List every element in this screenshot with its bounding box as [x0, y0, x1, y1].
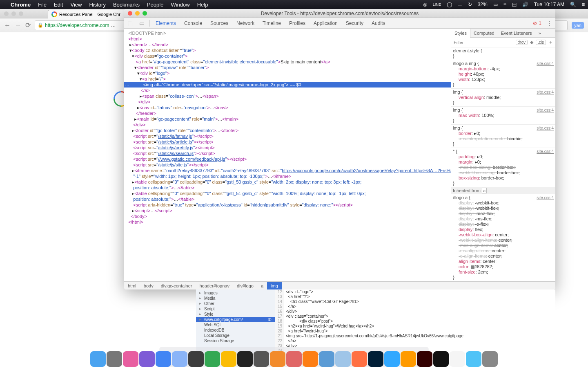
device-icon[interactable]: ▭ [136, 20, 148, 27]
styles-tab[interactable]: Styles [451, 29, 470, 38]
inspect-icon[interactable]: ⬚ [124, 20, 136, 27]
menu-file[interactable]: File [38, 2, 47, 8]
dock-app-icon[interactable] [482, 351, 498, 367]
tab-network[interactable]: Network [232, 18, 258, 29]
tab-sources[interactable]: Sources [206, 18, 232, 29]
tab-audits[interactable]: Audits [368, 18, 389, 29]
resource-item[interactable]: www.catgifpage.com/① [196, 317, 275, 322]
dom-breadcrumb[interactable]: html body div.gc-container header#topnav… [124, 281, 555, 289]
dock-app-icon[interactable] [433, 351, 449, 367]
selected-dom-node[interactable]: <img alt="Chrome: developer" src="/stati… [124, 82, 451, 88]
reload-button[interactable]: ⟳ [25, 21, 31, 29]
resource-item[interactable]: Script [196, 306, 275, 312]
bc-logo[interactable]: div#logo [233, 282, 257, 290]
tab-profiles[interactable]: Profiles [285, 18, 310, 29]
dock-app-icon[interactable] [254, 351, 269, 367]
close-dim[interactable] [4, 11, 9, 16]
bc-div[interactable]: div.gc-container [157, 282, 196, 290]
bc-a[interactable]: a [257, 282, 267, 290]
clock[interactable]: Tue 10:17 AM [534, 2, 564, 7]
error-indicator[interactable]: ⊘1 [533, 20, 541, 26]
dock-app-icon[interactable] [352, 351, 367, 367]
menu-bookmarks[interactable]: Bookmarks [113, 2, 140, 8]
hov-toggle[interactable]: :hov [516, 40, 528, 45]
cls-toggle[interactable]: .cls [536, 40, 546, 45]
computed-tab[interactable]: Computed [470, 29, 498, 38]
app-name[interactable]: Chrome [11, 2, 31, 8]
dock-app-icon[interactable] [107, 351, 122, 367]
resource-item[interactable]: Session Storage [196, 338, 275, 343]
pin-icon[interactable]: ◆ [530, 40, 533, 45]
resource-item[interactable]: Style [196, 312, 275, 317]
dock-app-icon[interactable] [466, 351, 481, 367]
style-rules[interactable]: element.style {}site.css:4#logo a img {m… [451, 47, 555, 281]
bc-img[interactable]: img [267, 282, 282, 290]
max-dim[interactable] [19, 11, 23, 16]
menu-history[interactable]: History [89, 2, 105, 8]
dock-app-icon[interactable] [188, 351, 204, 367]
menu-view[interactable]: View [70, 2, 82, 8]
dock-app-icon[interactable] [156, 351, 171, 367]
dock-app-icon[interactable] [270, 351, 285, 367]
dock-app-icon[interactable] [221, 351, 236, 367]
dock-app-icon[interactable] [286, 351, 302, 367]
more-tabs-icon[interactable]: » [535, 29, 544, 38]
bc-header[interactable]: header#topnav [196, 282, 233, 290]
listeners-tab[interactable]: Event Listeners [498, 29, 535, 38]
add-rule-icon[interactable]: ＋ [548, 39, 553, 45]
line-icon[interactable]: LINE [433, 2, 441, 7]
tab-timeline[interactable]: Timeline [258, 18, 285, 29]
spotlight-icon[interactable]: 🔍 [570, 2, 576, 7]
bc-html[interactable]: html [124, 282, 140, 290]
kebab-icon[interactable]: ⋮ [546, 20, 552, 27]
cc-icon[interactable]: ◎ [423, 2, 427, 7]
devtools-titlebar[interactable]: Developer Tools - https://developer.chro… [124, 9, 555, 18]
bluetooth-icon[interactable]: ⚊ [458, 2, 462, 7]
battery-icon[interactable]: ▭ [493, 2, 498, 7]
volume-icon[interactable]: 🔊 [522, 2, 528, 7]
dock-app-icon[interactable] [450, 351, 465, 367]
resource-item[interactable]: Other [196, 301, 275, 306]
dock-app-icon[interactable] [139, 351, 155, 367]
resource-item[interactable]: Local Storage [196, 333, 275, 338]
dock-app-icon[interactable] [401, 351, 416, 367]
min-dim[interactable] [11, 11, 16, 16]
avatar-badge[interactable]: yan [572, 22, 584, 29]
dock-app-icon[interactable] [368, 351, 383, 367]
dock-app-icon[interactable] [335, 351, 351, 367]
flag-icon[interactable]: ▤ [512, 2, 517, 7]
resource-item[interactable]: IndexedDB [196, 328, 275, 333]
tab-console[interactable]: Console [180, 18, 206, 29]
dock-app-icon[interactable] [172, 351, 187, 367]
resource-item[interactable]: Media [196, 296, 275, 301]
resource-item[interactable]: Web SQL [196, 322, 275, 328]
dock-app-icon[interactable] [319, 351, 334, 367]
dock-app-icon[interactable] [90, 351, 106, 367]
resource-item[interactable]: Images [196, 290, 275, 296]
dock-app-icon[interactable] [417, 351, 432, 367]
tab-elements[interactable]: Elements [151, 18, 180, 29]
bc-body[interactable]: body [140, 282, 157, 290]
dock-app-icon[interactable] [205, 351, 220, 367]
dock-app-icon[interactable] [303, 351, 318, 367]
tab-security[interactable]: Security [342, 18, 368, 29]
menu-icon[interactable]: ≡ [582, 2, 585, 7]
dock-app-icon[interactable] [123, 351, 138, 367]
browser-tab[interactable]: Resources Panel - Google Chr × [48, 10, 131, 18]
dock-app-icon[interactable] [237, 351, 253, 367]
menu-window[interactable]: Window [171, 2, 189, 8]
macos-dock[interactable] [0, 344, 588, 368]
dom-tree[interactable]: <!DOCTYPE html> <html> ▸<head>…</head> ▾… [124, 29, 451, 281]
tab-application[interactable]: Application [310, 18, 342, 29]
sync-icon[interactable]: ◯ [447, 2, 452, 7]
battery-pct[interactable]: 32% [478, 2, 488, 7]
menu-help[interactable]: Help [197, 2, 208, 8]
dock-app-icon[interactable] [384, 351, 400, 367]
wifi-icon[interactable]: ⌔ [503, 2, 506, 7]
timemachine-icon[interactable]: ↻ [468, 2, 472, 7]
menu-people[interactable]: People [147, 2, 163, 8]
back-button[interactable]: ← [4, 22, 11, 29]
styles-filter[interactable] [454, 40, 513, 45]
traffic-lights[interactable] [0, 11, 23, 16]
menu-edit[interactable]: Edit [54, 2, 63, 8]
